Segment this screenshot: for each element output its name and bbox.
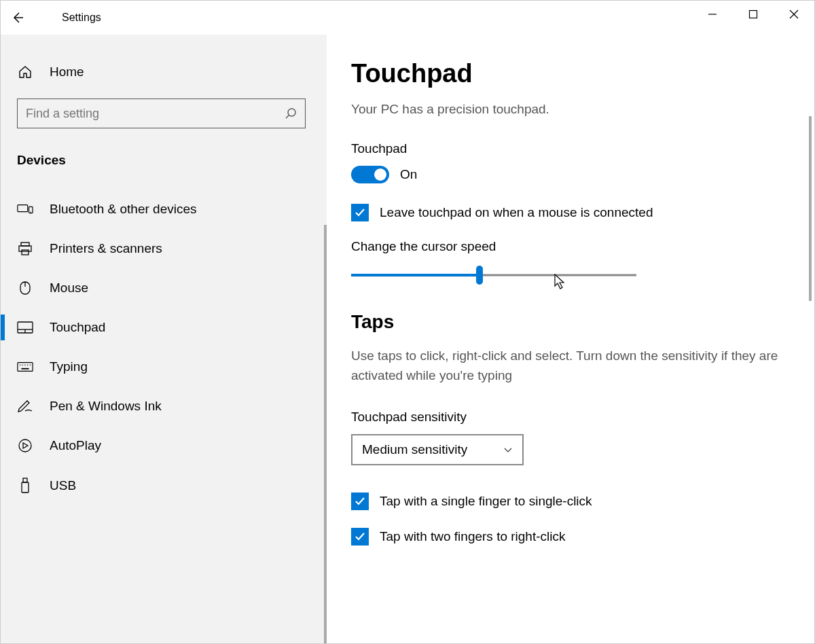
close-button[interactable]: [774, 1, 814, 28]
svg-rect-6: [18, 205, 28, 212]
search-icon: [285, 107, 297, 120]
svg-point-24: [19, 440, 31, 452]
tap-two-checkbox[interactable]: [351, 528, 369, 545]
sidebar-item-label: AutoPlay: [50, 438, 101, 453]
minimize-icon: [708, 10, 717, 19]
home-label: Home: [50, 65, 84, 79]
sidebar-item-label: Printers & scanners: [50, 241, 162, 256]
checkmark-icon: [354, 207, 366, 219]
close-icon: [789, 10, 799, 19]
maximize-icon: [748, 10, 758, 19]
sidebar-item-autoplay[interactable]: AutoPlay: [1, 426, 327, 465]
svg-rect-9: [21, 243, 29, 246]
taps-title: Taps: [351, 311, 790, 333]
sidebar-item-printers[interactable]: Printers & scanners: [1, 229, 327, 268]
svg-rect-10: [19, 246, 31, 251]
cursor-speed-slider[interactable]: [351, 266, 636, 284]
tap-two-label: Tap with two fingers to right-click: [380, 529, 566, 544]
mouse-icon: [17, 281, 33, 296]
sidebar-item-mouse[interactable]: Mouse: [1, 268, 327, 308]
sidebar-item-touchpad[interactable]: Touchpad: [1, 308, 327, 347]
svg-point-18: [20, 364, 20, 365]
content-area: Touchpad Your PC has a precision touchpa…: [327, 35, 814, 643]
svg-rect-11: [22, 250, 29, 255]
svg-rect-26: [22, 482, 29, 493]
toggle-state-label: On: [400, 167, 417, 182]
sidebar-item-pen[interactable]: Pen & Windows Ink: [1, 387, 327, 426]
sidebar-item-label: Touchpad: [50, 320, 105, 335]
home-icon: [17, 65, 33, 79]
keyboard-icon: [17, 361, 33, 372]
search-input[interactable]: [26, 107, 285, 121]
svg-rect-23: [21, 368, 29, 370]
cursor-speed-label: Change the cursor speed: [351, 239, 790, 254]
search-box[interactable]: [17, 99, 306, 128]
pen-icon: [17, 399, 33, 413]
svg-rect-17: [18, 363, 33, 372]
checkmark-icon: [354, 495, 366, 507]
sidebar-item-typing[interactable]: Typing: [1, 347, 327, 387]
svg-point-19: [22, 364, 23, 365]
window-controls: [692, 1, 814, 28]
usb-icon: [17, 478, 33, 494]
tap-single-checkbox[interactable]: [351, 493, 369, 510]
touchpad-heading: Touchpad: [351, 141, 790, 156]
svg-point-4: [288, 109, 295, 116]
sidebar-item-label: USB: [50, 478, 76, 493]
sidebar-item-label: Pen & Windows Ink: [50, 399, 162, 414]
svg-rect-25: [23, 478, 27, 482]
taps-description: Use taps to click, right-click and selec…: [351, 346, 786, 385]
svg-point-21: [27, 364, 28, 365]
leave-on-checkbox[interactable]: [351, 204, 369, 221]
svg-rect-1: [750, 11, 757, 18]
touchpad-toggle[interactable]: [351, 166, 389, 183]
precision-text: Your PC has a precision touchpad.: [351, 102, 790, 117]
sensitivity-label: Touchpad sensitivity: [351, 410, 790, 425]
section-header: Devices: [1, 145, 327, 177]
home-button[interactable]: Home: [1, 55, 327, 89]
back-button[interactable]: [1, 1, 35, 35]
sidebar-item-label: Bluetooth & other devices: [50, 202, 197, 217]
nav-list: Bluetooth & other devices Printers & sca…: [1, 190, 327, 506]
arrow-left-icon: [11, 11, 24, 24]
checkmark-icon: [354, 531, 366, 543]
page-title: Touchpad: [351, 59, 790, 88]
maximize-button[interactable]: [733, 1, 774, 28]
svg-line-5: [286, 115, 289, 118]
slider-fill: [351, 274, 479, 276]
svg-point-22: [30, 364, 31, 365]
sensitivity-dropdown[interactable]: Medium sensitivity: [351, 434, 524, 465]
content-scrollbar[interactable]: [809, 116, 812, 301]
sidebar-item-usb[interactable]: USB: [1, 465, 327, 506]
sidebar: Home Devices Bluetooth & other devices P…: [1, 35, 327, 643]
sidebar-item-label: Typing: [50, 359, 88, 374]
autoplay-icon: [17, 438, 33, 453]
touchpad-icon: [17, 321, 33, 334]
svg-point-8: [31, 212, 31, 213]
titlebar: Settings: [1, 1, 814, 35]
bluetooth-devices-icon: [17, 202, 33, 216]
tap-single-label: Tap with a single finger to single-click: [380, 494, 592, 509]
slider-thumb[interactable]: [476, 266, 483, 285]
leave-on-label: Leave touchpad on when a mouse is connec…: [380, 205, 653, 220]
app-title: Settings: [62, 12, 101, 24]
sensitivity-value: Medium sensitivity: [362, 442, 467, 457]
minimize-button[interactable]: [692, 1, 733, 28]
sidebar-item-label: Mouse: [50, 281, 88, 296]
printer-icon: [17, 241, 33, 256]
svg-point-20: [24, 364, 25, 365]
chevron-down-icon: [503, 445, 513, 454]
sidebar-item-bluetooth[interactable]: Bluetooth & other devices: [1, 190, 327, 229]
